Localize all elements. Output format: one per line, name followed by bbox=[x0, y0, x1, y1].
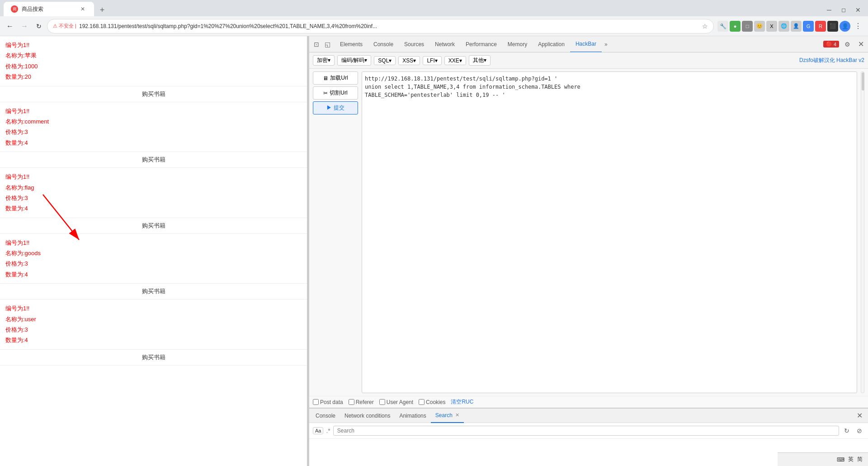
tab-bar: 商 商品搜索 ✕ + ─ ◻ ✕ bbox=[0, 0, 868, 16]
maximize-button[interactable]: ◻ bbox=[837, 4, 850, 16]
buy-button-1[interactable]: 购买书籍 bbox=[0, 86, 307, 102]
devtools-more-tabs[interactable]: » bbox=[602, 41, 610, 48]
bottom-tab-network-conditions[interactable]: Network conditions bbox=[340, 409, 395, 423]
refresh-button[interactable]: ↻ bbox=[33, 20, 45, 33]
tab-sources[interactable]: Sources bbox=[399, 36, 429, 52]
product-item-4: 编号为1!! 名称为:goods 价格为:3 数量为:4 bbox=[0, 234, 307, 284]
browser-tab[interactable]: 商 商品搜索 ✕ bbox=[4, 2, 94, 16]
profile-icon[interactable]: 👤 bbox=[840, 21, 850, 32]
devtools-close-icon[interactable]: ✕ bbox=[855, 39, 866, 50]
devtools-undock-icon[interactable]: ◱ bbox=[322, 39, 333, 50]
bottom-tab-search[interactable]: Search ✕ bbox=[431, 409, 464, 423]
tab-elements[interactable]: Elements bbox=[335, 36, 368, 52]
ext-icon-1[interactable]: 🔧 bbox=[717, 21, 728, 32]
tab-close-button[interactable]: ✕ bbox=[79, 5, 87, 13]
encode-dropdown[interactable]: 编码/解码▾ bbox=[337, 55, 371, 66]
textarea-scrollbar[interactable] bbox=[861, 71, 864, 393]
search-input[interactable] bbox=[333, 426, 839, 436]
buy-button-3[interactable]: 购买书籍 bbox=[0, 218, 307, 234]
search-tab-close[interactable]: ✕ bbox=[455, 412, 459, 418]
hackbar-options: Post data Referer User Agent Cookies 清空R… bbox=[309, 396, 868, 408]
tab-memory[interactable]: Memory bbox=[502, 36, 533, 52]
hackbar-toolbar: 加密▾ 编码/解码▾ SQL▾ XSS▾ LFI▾ XXE▾ 其他▾ Dzsfo… bbox=[309, 52, 868, 69]
lang-indicator[interactable]: 英 bbox=[848, 456, 854, 463]
product-info-5: 编号为1!! 名称为:user 价格为:3 数量为:4 bbox=[5, 303, 302, 346]
sql-dropdown[interactable]: SQL▾ bbox=[374, 56, 396, 65]
tab-title: 商品搜索 bbox=[22, 5, 43, 13]
devtools-panel: ⊡ ◱ Elements Console Sources Network Per… bbox=[309, 36, 868, 466]
xxe-dropdown[interactable]: XXE▾ bbox=[444, 56, 466, 65]
devtools-tabs: ⊡ ◱ Elements Console Sources Network Per… bbox=[309, 36, 868, 52]
devtools-dock-icon[interactable]: ⊡ bbox=[311, 39, 322, 50]
bottom-tab-animations[interactable]: Animations bbox=[395, 409, 430, 423]
address-bar[interactable]: ⚠ 不安全 | 192.168.18.131/pentest/test/sqli… bbox=[47, 19, 714, 33]
search-refresh-icon[interactable]: ↻ bbox=[842, 426, 852, 436]
search-panel: Aa .* ↻ ⊘ bbox=[309, 423, 868, 439]
ext-icon-4[interactable]: 😊 bbox=[754, 21, 765, 32]
buy-button-2[interactable]: 购买书籍 bbox=[0, 152, 307, 168]
extensions-area: 🔧 ● □ 😊 X 🌐 👤 G R ⬛ 👤 ⋮ bbox=[717, 20, 864, 33]
bookmark-icon[interactable]: ☆ bbox=[702, 23, 708, 30]
cookies-checkbox[interactable]: Cookies bbox=[419, 399, 445, 405]
ext-icon-8[interactable]: G bbox=[803, 21, 814, 32]
devtools-settings-icon[interactable]: ⚙ bbox=[842, 39, 853, 50]
split-icon: ✂ bbox=[323, 90, 328, 96]
buy-button-4[interactable]: 购买书籍 bbox=[0, 283, 307, 300]
browser-window: 商 商品搜索 ✕ + ─ ◻ ✕ ← → ↻ ⚠ 不安全 | 192.168.1… bbox=[0, 0, 868, 36]
bottom-tabs-bar: Console Network conditions Animations Se… bbox=[309, 409, 868, 423]
referer-checkbox[interactable]: Referer bbox=[349, 399, 374, 405]
encrypt-dropdown[interactable]: 加密▾ bbox=[313, 55, 335, 66]
product-item-2: 编号为1!! 名称为:comment 价格为:3 数量为:4 bbox=[0, 102, 307, 152]
search-clear-icon[interactable]: ⊘ bbox=[854, 426, 864, 436]
menu-button[interactable]: ⋮ bbox=[852, 20, 864, 33]
tab-console[interactable]: Console bbox=[368, 36, 399, 52]
hackbar-url-textarea[interactable]: http://192.168.18.131/pentest/test/sqli/… bbox=[362, 71, 857, 393]
submit-button[interactable]: ▶ 提交 bbox=[313, 101, 358, 114]
product-info-1: 编号为1!! 名称为:苹果 价格为:1000 数量为:20 bbox=[5, 40, 302, 82]
ext-icon-9[interactable]: R bbox=[815, 21, 826, 32]
load-url-button[interactable]: 🖥 加载Url bbox=[313, 71, 358, 85]
ext-icon-5[interactable]: X bbox=[766, 21, 777, 32]
ext-icon-6[interactable]: 🌐 bbox=[778, 21, 789, 32]
ime-indicator[interactable]: 简 bbox=[857, 456, 863, 463]
tab-performance[interactable]: Performance bbox=[460, 36, 502, 52]
user-agent-checkbox[interactable]: User Agent bbox=[379, 399, 413, 405]
hackbar-version-label: Dzsfo破解汉化 HackBar v2 bbox=[799, 57, 864, 64]
close-button[interactable]: ✕ bbox=[852, 4, 864, 16]
tab-hackbar[interactable]: HackBar bbox=[570, 36, 602, 52]
xss-dropdown[interactable]: XSS▾ bbox=[398, 56, 420, 65]
new-tab-button[interactable]: + bbox=[96, 4, 108, 16]
security-indicator: ⚠ 不安全 | bbox=[53, 23, 76, 29]
back-button[interactable]: ← bbox=[4, 20, 16, 33]
tab-application[interactable]: Application bbox=[533, 36, 570, 52]
ext-icon-2[interactable]: ● bbox=[730, 21, 741, 32]
product-info-2: 编号为1!! 名称为:comment 价格为:3 数量为:4 bbox=[5, 106, 302, 148]
product-item-1: 编号为1!! 名称为:苹果 价格为:1000 数量为:20 bbox=[0, 36, 307, 86]
search-aa-button[interactable]: Aa bbox=[313, 427, 323, 434]
search-regex-icon[interactable]: .* bbox=[326, 427, 330, 434]
hackbar-content: 加密▾ 编码/解码▾ SQL▾ XSS▾ LFI▾ XXE▾ 其他▾ Dzsfo… bbox=[309, 52, 868, 466]
lfi-dropdown[interactable]: LFI▾ bbox=[423, 56, 441, 65]
taskbar: ⌨ 英 简 bbox=[778, 452, 868, 466]
webpage-content[interactable]: 编号为1!! 名称为:苹果 价格为:1000 数量为:20 购买书籍 编号为1!… bbox=[0, 36, 307, 466]
hackbar-url-area: 🖥 加载Url ✂ 切割Url ▶ 提交 http://192.168.18.1… bbox=[309, 69, 868, 396]
ext-icon-7[interactable]: 👤 bbox=[791, 21, 802, 32]
split-url-button[interactable]: ✂ 切割Url bbox=[313, 86, 358, 100]
close-bottom-panel-button[interactable]: ✕ bbox=[853, 411, 866, 420]
product-item-5: 编号为1!! 名称为:user 价格为:3 数量为:4 bbox=[0, 300, 307, 349]
ext-icon-3[interactable]: □ bbox=[742, 21, 753, 32]
other-dropdown[interactable]: 其他▾ bbox=[469, 55, 491, 66]
tab-network[interactable]: Network bbox=[429, 36, 460, 52]
clear-ruc-button[interactable]: 清空RUC bbox=[451, 398, 473, 406]
buy-button-5[interactable]: 购买书籍 bbox=[0, 349, 307, 366]
tab-favicon: 商 bbox=[11, 5, 18, 13]
post-data-checkbox[interactable]: Post data bbox=[313, 399, 343, 405]
minimize-button[interactable]: ─ bbox=[823, 4, 835, 16]
ext-icon-10[interactable]: ⬛ bbox=[827, 21, 838, 32]
devtools-right-area: 🔴4 ⚙ ✕ bbox=[823, 39, 866, 50]
forward-button[interactable]: → bbox=[18, 20, 31, 33]
hackbar-action-buttons: 🖥 加载Url ✂ 切割Url ▶ 提交 bbox=[313, 71, 358, 393]
load-icon: 🖥 bbox=[323, 75, 328, 81]
bottom-tab-console[interactable]: Console bbox=[311, 409, 340, 423]
nav-bar: ← → ↻ ⚠ 不安全 | 192.168.18.131/pentest/tes… bbox=[0, 16, 868, 36]
